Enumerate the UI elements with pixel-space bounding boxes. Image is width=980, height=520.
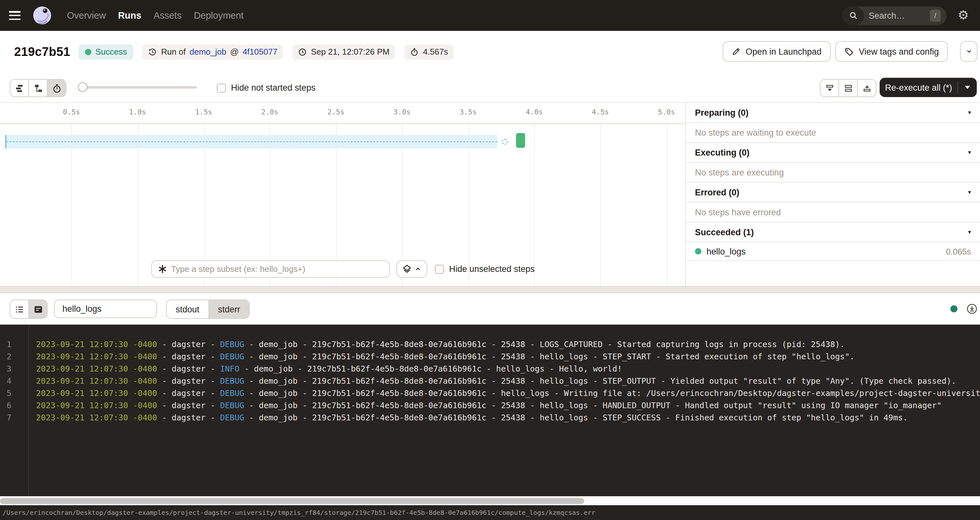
search-placeholder: Search…	[869, 11, 905, 20]
page-title: 219c7b51	[14, 45, 70, 59]
axis-tick: 2.0s	[261, 108, 278, 116]
waiting-band	[5, 135, 497, 149]
axis-tick: 0.5s	[63, 108, 80, 116]
history-icon	[148, 47, 158, 56]
collapse-down-button[interactable]	[821, 80, 838, 97]
section-empty-text: No steps are waiting to execute	[686, 123, 980, 143]
search-icon	[842, 6, 864, 25]
more-actions-button[interactable]	[960, 41, 977, 62]
line-number: 1	[0, 338, 18, 350]
bar-arrow-up-icon	[862, 83, 872, 93]
log-line: 22023-09-21 12:07:30 -0400 - dagster - D…	[0, 350, 980, 363]
line-number: 4	[0, 375, 18, 387]
collapse-up-button[interactable]	[857, 80, 876, 97]
gantt-chart: 0.5s1.0s1.5s2.0s2.5s3.0s3.5s4.0s4.5s5.0s…	[0, 103, 685, 286]
axis-tick: 4.0s	[526, 108, 543, 116]
chevron-down-icon: ▾	[968, 229, 971, 235]
timed-view-button[interactable]	[47, 80, 66, 97]
gantt-fit-group	[820, 79, 877, 97]
graph-query-toggle-button[interactable]	[396, 260, 427, 278]
gear-icon[interactable]: ⚙	[947, 0, 980, 31]
status-dot	[85, 49, 91, 55]
waterfall-view-button[interactable]	[28, 80, 47, 97]
search-shortcut-badge: /	[930, 10, 941, 22]
step-row[interactable]: hello_logs0.065s	[686, 242, 980, 261]
hide-unselected-label: Hide unselected steps	[449, 264, 535, 274]
expand-rows-button[interactable]	[838, 80, 857, 97]
step-name: hello_logs	[706, 246, 946, 256]
commit-link[interactable]: 4f105077	[243, 47, 277, 57]
log-line: 32023-09-21 12:07:30 -0400 - dagster - I…	[0, 363, 980, 375]
tab-stderr[interactable]: stderr	[208, 300, 249, 318]
tab-stdout[interactable]: stdout	[167, 300, 208, 318]
gantt-zoom-slider[interactable]	[78, 86, 197, 89]
scrollbar-thumb[interactable]	[0, 498, 584, 504]
download-logs-button[interactable]	[966, 303, 977, 314]
slider-thumb[interactable]	[78, 82, 88, 92]
section-header[interactable]: Preparing (0)▾	[686, 103, 980, 123]
gantt-view-mode-group	[10, 79, 66, 97]
axis-tick: 1.5s	[195, 108, 212, 116]
search-input[interactable]: Search… /	[842, 6, 947, 25]
log-stream-tabs: stdout stderr	[166, 300, 250, 319]
log-line: 62023-09-21 12:07:30 -0400 - dagster - D…	[0, 399, 980, 411]
hide-not-started-label: Hide not started steps	[231, 83, 316, 93]
flat-view-button[interactable]	[10, 80, 28, 97]
nav-deployment[interactable]: Deployment	[194, 10, 243, 21]
bar-arrow-down-icon	[825, 83, 834, 93]
axis-tick: 4.5s	[592, 108, 609, 116]
panel-splitter[interactable]	[0, 286, 980, 293]
log-line: 42023-09-21 12:07:30 -0400 - dagster - D…	[0, 375, 980, 387]
line-number: 7	[0, 411, 18, 423]
raw-log-viewer: 12023-09-21 12:07:30 -0400 - dagster - D…	[0, 325, 980, 496]
list-icon	[14, 304, 24, 314]
line-number: 2	[0, 350, 18, 363]
hide-not-started-checkbox[interactable]	[217, 83, 226, 92]
nav-runs[interactable]: Runs	[118, 10, 142, 21]
status-badge: Success	[78, 44, 133, 59]
log-file-path-bar: /Users/erincochran/Desktop/dagster-examp…	[0, 505, 980, 520]
axis-tick: 1.0s	[129, 108, 146, 116]
step-subset-placeholder: Type a step subset (ex: hello_logs+)	[171, 264, 305, 274]
section-header[interactable]: Succeeded (1)▾	[686, 222, 980, 242]
nav-assets[interactable]: Assets	[153, 10, 181, 21]
hide-unselected-checkbox[interactable]	[435, 265, 444, 274]
top-navbar: Overview Runs Assets Deployment Search… …	[0, 0, 980, 31]
raw-log-view-button[interactable]	[28, 300, 47, 318]
section-header[interactable]: Errored (0)▾	[686, 182, 980, 203]
chevron-down-icon: ▾	[968, 189, 971, 195]
tag-icon	[844, 47, 854, 56]
pencil-icon	[732, 47, 741, 56]
step-bar-hello-logs[interactable]	[516, 133, 525, 148]
hamburger-menu-icon[interactable]	[9, 11, 21, 20]
log-toolbar: hello_logs stdout stderr	[0, 293, 980, 325]
run-main-area: 0.5s1.0s1.5s2.0s2.5s3.0s3.5s4.0s4.5s5.0s…	[0, 103, 980, 286]
log-view-mode-group	[10, 300, 48, 319]
section-title: Succeeded (1)	[695, 227, 968, 237]
dagster-run-page: Overview Runs Assets Deployment Search… …	[0, 0, 980, 520]
view-tags-config-button[interactable]: View tags and config	[835, 41, 948, 62]
step-marker-circle	[502, 139, 508, 144]
stopwatch-icon	[52, 83, 62, 93]
gantt-toolbar: Hide not started steps	[0, 73, 980, 103]
console-icon	[33, 304, 43, 314]
section-title: Preparing (0)	[695, 108, 968, 117]
section-title: Executing (0)	[695, 147, 968, 157]
reexecute-options-caret[interactable]	[958, 82, 977, 93]
timestamp-tag: Sep 21, 12:07:26 PM	[292, 44, 395, 59]
log-step-filter-input[interactable]: hello_logs	[54, 300, 157, 318]
section-header[interactable]: Executing (0)▾	[686, 143, 980, 163]
caret-up-icon	[414, 265, 422, 273]
dagster-logo-icon[interactable]	[32, 5, 53, 26]
op-selector-icon	[158, 264, 167, 274]
line-number: 5	[0, 387, 18, 399]
stream-status-dot	[950, 305, 958, 312]
job-link[interactable]: demo_job	[189, 47, 226, 57]
reexecute-all-button[interactable]: Re-execute all (*)	[880, 78, 977, 97]
nav-overview[interactable]: Overview	[67, 10, 106, 21]
structured-log-view-button[interactable]	[10, 300, 28, 318]
chevron-down-icon: ▾	[968, 109, 971, 116]
step-subset-input[interactable]: Type a step subset (ex: hello_logs+)	[151, 260, 390, 278]
step-status-panel: Preparing (0)▾No steps are waiting to ex…	[685, 103, 980, 286]
open-in-launchpad-button[interactable]: Open in Launchpad	[722, 41, 831, 62]
